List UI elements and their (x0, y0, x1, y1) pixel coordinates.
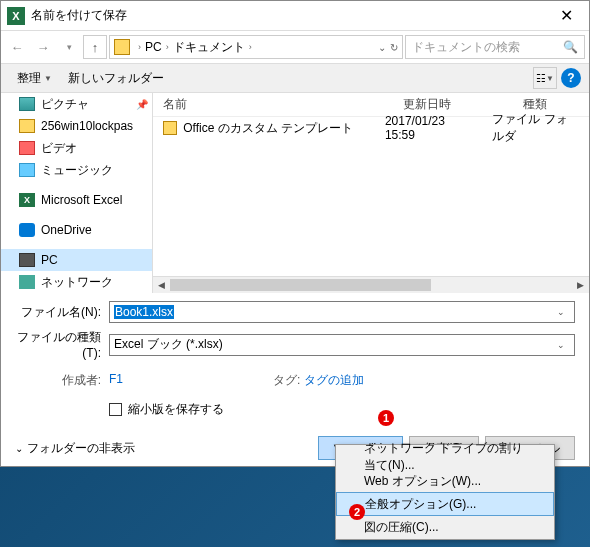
nav-bar: ← → ▾ ↑ › PC › ドキュメント › ⌄↻ ドキュメントの検索 🔍 (1, 31, 589, 63)
chevron-icon: › (249, 42, 252, 52)
vid-icon (19, 141, 35, 155)
save-as-dialog: X 名前を付けて保存 ✕ ← → ▾ ↑ › PC › ドキュメント › ⌄↻ … (0, 0, 590, 467)
sidebar-item[interactable]: 256win10lockpas (1, 115, 152, 137)
toolbar: 整理 ▼ 新しいフォルダー ☷▼ ? (1, 63, 589, 93)
menu-network-drive[interactable]: ネットワーク ドライブの割り当て(N)... (336, 445, 554, 469)
pic-icon (19, 97, 35, 111)
breadcrumb[interactable]: › PC › ドキュメント › ⌄↻ (109, 35, 403, 59)
search-icon: 🔍 (563, 40, 578, 54)
file-row[interactable]: Office のカスタム テンプレート 2017/01/23 15:59 ファイ… (153, 117, 589, 139)
od-icon (19, 223, 35, 237)
breadcrumb-controls[interactable]: ⌄↻ (378, 42, 398, 53)
organize-button[interactable]: 整理 ▼ (9, 66, 60, 91)
fold-icon (19, 119, 35, 133)
breadcrumb-root[interactable]: PC (145, 40, 162, 54)
search-input[interactable]: ドキュメントの検索 🔍 (405, 35, 585, 59)
file-list: 名前 更新日時 種類 Office のカスタム テンプレート 2017/01/2… (153, 93, 589, 293)
xl-icon: X (19, 193, 35, 207)
chevron-down-icon: ▼ (44, 74, 52, 83)
author-value[interactable]: F1 (109, 372, 123, 389)
sidebar-item[interactable]: ミュージック (1, 159, 152, 181)
new-folder-button[interactable]: 新しいフォルダー (60, 66, 172, 91)
thumbnail-checkbox[interactable] (109, 403, 122, 416)
up-button[interactable]: ↑ (83, 35, 107, 59)
sidebar-item-label: PC (41, 253, 58, 267)
sidebar-item-label: Microsoft Excel (41, 193, 122, 207)
sidebar-item[interactable]: ネットワーク (1, 271, 152, 293)
menu-compress-pictures[interactable]: 図の圧縮(C)... (336, 515, 554, 539)
sidebar-item-label: ミュージック (41, 162, 113, 179)
view-button[interactable]: ☷▼ (533, 67, 557, 89)
sidebar-item[interactable]: XMicrosoft Excel (1, 189, 152, 211)
tools-menu: ネットワーク ドライブの割り当て(N)... Web オプション(W)... 全… (335, 444, 555, 540)
sidebar-item[interactable]: ビデオ (1, 137, 152, 159)
sidebar-item-label: ピクチャ (41, 96, 89, 113)
sidebar-item-label: 256win10lockpas (41, 119, 133, 133)
filename-input[interactable]: Book1.xlsx ⌄ (109, 301, 575, 323)
pin-icon: 📌 (136, 99, 148, 110)
sidebar-item-label: OneDrive (41, 223, 92, 237)
net-icon (19, 275, 35, 289)
scroll-left-icon[interactable]: ◀ (153, 277, 170, 293)
horizontal-scrollbar[interactable]: ◀ ▶ (153, 276, 589, 293)
search-placeholder: ドキュメントの検索 (412, 39, 520, 56)
sidebar: ピクチャ📌256win10lockpasビデオミュージックXMicrosoft … (1, 93, 153, 293)
annotation-badge-2: 2 (349, 504, 365, 520)
forward-button: → (31, 35, 55, 59)
filetype-label: ファイルの種類(T): (15, 329, 109, 360)
author-label: 作成者: (15, 372, 109, 389)
chevron-down-icon: ⌄ (15, 443, 23, 454)
tags-value[interactable]: タグの追加 (304, 373, 364, 387)
pc-icon (19, 253, 35, 267)
dialog-title: 名前を付けて保存 (31, 7, 543, 24)
pc-icon (114, 39, 130, 55)
filename-label: ファイル名(N): (15, 304, 109, 321)
back-button[interactable]: ← (5, 35, 29, 59)
scroll-right-icon[interactable]: ▶ (572, 277, 589, 293)
menu-general-options[interactable]: 全般オプション(G)... (336, 492, 554, 516)
excel-icon: X (7, 7, 25, 25)
mus-icon (19, 163, 35, 177)
tags-label: タグ: (273, 373, 300, 387)
titlebar: X 名前を付けて保存 ✕ (1, 1, 589, 31)
filetype-select[interactable]: Excel ブック (*.xlsx) ⌄ (109, 334, 575, 356)
sidebar-item[interactable]: PC (1, 249, 152, 271)
chevron-icon: › (166, 42, 169, 52)
annotation-badge-1: 1 (378, 410, 394, 426)
chevron-down-icon[interactable]: ⌄ (552, 340, 570, 350)
chevron-down-icon[interactable]: ⌄ (552, 307, 570, 317)
hide-folders-toggle[interactable]: ⌄ フォルダーの非表示 (15, 440, 135, 457)
breadcrumb-current[interactable]: ドキュメント (173, 39, 245, 56)
sidebar-item-label: ネットワーク (41, 274, 113, 291)
thumbnail-label: 縮小版を保存する (128, 401, 224, 418)
folder-icon (163, 121, 177, 135)
recent-dropdown[interactable]: ▾ (57, 35, 81, 59)
col-name[interactable]: 名前 (153, 96, 393, 113)
sidebar-item-label: ビデオ (41, 140, 77, 157)
sidebar-item[interactable]: OneDrive (1, 219, 152, 241)
help-button[interactable]: ? (561, 68, 581, 88)
scroll-thumb[interactable] (170, 279, 431, 291)
close-button[interactable]: ✕ (543, 1, 589, 31)
chevron-icon: › (138, 42, 141, 52)
sidebar-item[interactable]: ピクチャ📌 (1, 93, 152, 115)
